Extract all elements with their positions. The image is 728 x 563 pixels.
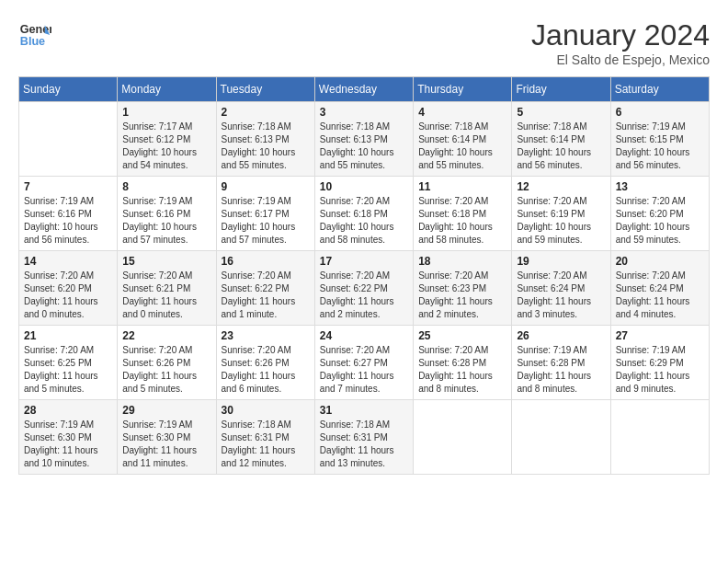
- weekday-header: Sunday: [19, 77, 118, 102]
- calendar-cell: [512, 400, 610, 475]
- day-info: Sunrise: 7:17 AM Sunset: 6:12 PM Dayligh…: [122, 121, 210, 172]
- day-number: 2: [222, 106, 310, 119]
- calendar-cell: 15Sunrise: 7:20 AM Sunset: 6:21 PM Dayli…: [118, 251, 216, 326]
- day-number: 8: [122, 180, 210, 193]
- calendar-cell: 17Sunrise: 7:20 AM Sunset: 6:22 PM Dayli…: [314, 251, 413, 326]
- day-number: 26: [517, 329, 605, 342]
- calendar-week-row: 28Sunrise: 7:19 AM Sunset: 6:30 PM Dayli…: [19, 400, 710, 475]
- calendar-table: SundayMondayTuesdayWednesdayThursdayFrid…: [18, 76, 710, 475]
- calendar-week-row: 21Sunrise: 7:20 AM Sunset: 6:25 PM Dayli…: [19, 326, 710, 400]
- calendar-cell: [414, 400, 512, 475]
- day-number: 24: [320, 329, 408, 342]
- calendar-cell: 19Sunrise: 7:20 AM Sunset: 6:24 PM Dayli…: [512, 251, 610, 326]
- calendar-cell: 31Sunrise: 7:18 AM Sunset: 6:31 PM Dayli…: [314, 400, 413, 475]
- calendar-cell: 28Sunrise: 7:19 AM Sunset: 6:30 PM Dayli…: [19, 400, 118, 475]
- calendar-cell: 5Sunrise: 7:18 AM Sunset: 6:14 PM Daylig…: [512, 102, 610, 177]
- calendar-cell: 4Sunrise: 7:18 AM Sunset: 6:14 PM Daylig…: [414, 102, 512, 177]
- calendar-cell: 2Sunrise: 7:18 AM Sunset: 6:13 PM Daylig…: [216, 102, 314, 177]
- day-number: 23: [222, 329, 310, 342]
- calendar-header: SundayMondayTuesdayWednesdayThursdayFrid…: [19, 77, 710, 102]
- calendar-cell: 8Sunrise: 7:19 AM Sunset: 6:16 PM Daylig…: [118, 177, 216, 251]
- logo-icon: General Blue: [18, 18, 51, 52]
- day-number: 30: [222, 404, 310, 417]
- calendar-cell: 26Sunrise: 7:19 AM Sunset: 6:28 PM Dayli…: [512, 326, 610, 400]
- logo: General Blue: [18, 18, 51, 52]
- day-number: 6: [616, 106, 704, 119]
- day-info: Sunrise: 7:20 AM Sunset: 6:19 PM Dayligh…: [517, 195, 605, 247]
- weekday-header: Tuesday: [216, 77, 314, 102]
- weekday-header: Saturday: [610, 77, 709, 102]
- day-info: Sunrise: 7:20 AM Sunset: 6:20 PM Dayligh…: [616, 195, 704, 247]
- day-number: 3: [320, 106, 408, 119]
- month-title: January 2024: [531, 18, 710, 52]
- day-number: 13: [616, 180, 704, 193]
- calendar-week-row: 7Sunrise: 7:19 AM Sunset: 6:16 PM Daylig…: [19, 177, 710, 251]
- day-number: 25: [418, 329, 506, 342]
- day-number: 16: [222, 255, 310, 268]
- title-block: January 2024 El Salto de Espejo, Mexico: [531, 18, 710, 67]
- day-number: 10: [320, 180, 408, 193]
- weekday-header: Wednesday: [314, 77, 413, 102]
- day-info: Sunrise: 7:19 AM Sunset: 6:15 PM Dayligh…: [616, 121, 704, 172]
- location: El Salto de Espejo, Mexico: [531, 52, 710, 67]
- day-info: Sunrise: 7:18 AM Sunset: 6:14 PM Dayligh…: [418, 121, 506, 172]
- day-number: 11: [418, 180, 506, 193]
- weekday-header: Friday: [512, 77, 610, 102]
- calendar-cell: 20Sunrise: 7:20 AM Sunset: 6:24 PM Dayli…: [610, 251, 709, 326]
- day-number: 5: [517, 106, 605, 119]
- day-number: 29: [122, 404, 210, 417]
- weekday-header: Thursday: [414, 77, 512, 102]
- day-info: Sunrise: 7:20 AM Sunset: 6:20 PM Dayligh…: [24, 270, 112, 321]
- calendar-cell: 10Sunrise: 7:20 AM Sunset: 6:18 PM Dayli…: [314, 177, 413, 251]
- day-info: Sunrise: 7:20 AM Sunset: 6:18 PM Dayligh…: [320, 195, 408, 247]
- day-info: Sunrise: 7:20 AM Sunset: 6:26 PM Dayligh…: [222, 344, 310, 396]
- day-info: Sunrise: 7:19 AM Sunset: 6:28 PM Dayligh…: [517, 344, 605, 396]
- day-info: Sunrise: 7:18 AM Sunset: 6:13 PM Dayligh…: [222, 121, 310, 172]
- day-number: 1: [122, 106, 210, 119]
- day-info: Sunrise: 7:19 AM Sunset: 6:30 PM Dayligh…: [122, 419, 210, 470]
- weekday-header: Monday: [118, 77, 216, 102]
- day-info: Sunrise: 7:20 AM Sunset: 6:25 PM Dayligh…: [24, 344, 112, 396]
- day-info: Sunrise: 7:20 AM Sunset: 6:24 PM Dayligh…: [616, 270, 704, 321]
- day-number: 21: [24, 329, 112, 342]
- calendar-cell: [610, 400, 709, 475]
- day-number: 18: [418, 255, 506, 268]
- day-info: Sunrise: 7:19 AM Sunset: 6:17 PM Dayligh…: [222, 195, 310, 247]
- day-number: 28: [24, 404, 112, 417]
- calendar-cell: 7Sunrise: 7:19 AM Sunset: 6:16 PM Daylig…: [19, 177, 118, 251]
- calendar-cell: 9Sunrise: 7:19 AM Sunset: 6:17 PM Daylig…: [216, 177, 314, 251]
- day-info: Sunrise: 7:19 AM Sunset: 6:16 PM Dayligh…: [122, 195, 210, 247]
- day-info: Sunrise: 7:19 AM Sunset: 6:30 PM Dayligh…: [24, 419, 112, 470]
- day-number: 14: [24, 255, 112, 268]
- day-info: Sunrise: 7:20 AM Sunset: 6:22 PM Dayligh…: [222, 270, 310, 321]
- calendar-cell: 18Sunrise: 7:20 AM Sunset: 6:23 PM Dayli…: [414, 251, 512, 326]
- day-info: Sunrise: 7:19 AM Sunset: 6:16 PM Dayligh…: [24, 195, 112, 247]
- day-info: Sunrise: 7:20 AM Sunset: 6:22 PM Dayligh…: [320, 270, 408, 321]
- calendar-cell: [19, 102, 118, 177]
- day-number: 12: [517, 180, 605, 193]
- day-info: Sunrise: 7:18 AM Sunset: 6:31 PM Dayligh…: [320, 419, 408, 470]
- day-number: 15: [122, 255, 210, 268]
- day-info: Sunrise: 7:20 AM Sunset: 6:18 PM Dayligh…: [418, 195, 506, 247]
- day-number: 22: [122, 329, 210, 342]
- calendar-cell: 23Sunrise: 7:20 AM Sunset: 6:26 PM Dayli…: [216, 326, 314, 400]
- day-info: Sunrise: 7:20 AM Sunset: 6:21 PM Dayligh…: [122, 270, 210, 321]
- calendar-cell: 12Sunrise: 7:20 AM Sunset: 6:19 PM Dayli…: [512, 177, 610, 251]
- day-info: Sunrise: 7:20 AM Sunset: 6:24 PM Dayligh…: [517, 270, 605, 321]
- day-info: Sunrise: 7:18 AM Sunset: 6:31 PM Dayligh…: [222, 419, 310, 470]
- page-header: General Blue January 2024 El Salto de Es…: [18, 18, 710, 67]
- calendar-cell: 24Sunrise: 7:20 AM Sunset: 6:27 PM Dayli…: [314, 326, 413, 400]
- svg-text:Blue: Blue: [20, 35, 45, 48]
- calendar-cell: 30Sunrise: 7:18 AM Sunset: 6:31 PM Dayli…: [216, 400, 314, 475]
- calendar-cell: 1Sunrise: 7:17 AM Sunset: 6:12 PM Daylig…: [118, 102, 216, 177]
- calendar-cell: 16Sunrise: 7:20 AM Sunset: 6:22 PM Dayli…: [216, 251, 314, 326]
- day-number: 9: [222, 180, 310, 193]
- day-info: Sunrise: 7:20 AM Sunset: 6:28 PM Dayligh…: [418, 344, 506, 396]
- calendar-cell: 3Sunrise: 7:18 AM Sunset: 6:13 PM Daylig…: [314, 102, 413, 177]
- calendar-cell: 6Sunrise: 7:19 AM Sunset: 6:15 PM Daylig…: [610, 102, 709, 177]
- calendar-week-row: 14Sunrise: 7:20 AM Sunset: 6:20 PM Dayli…: [19, 251, 710, 326]
- day-info: Sunrise: 7:18 AM Sunset: 6:13 PM Dayligh…: [320, 121, 408, 172]
- calendar-cell: 27Sunrise: 7:19 AM Sunset: 6:29 PM Dayli…: [610, 326, 709, 400]
- calendar-cell: 22Sunrise: 7:20 AM Sunset: 6:26 PM Dayli…: [118, 326, 216, 400]
- day-number: 19: [517, 255, 605, 268]
